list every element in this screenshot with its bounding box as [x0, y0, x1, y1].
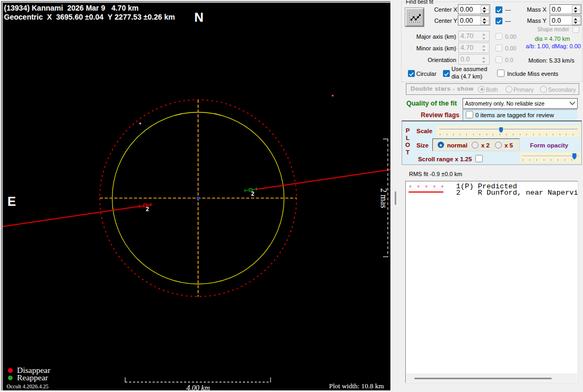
svg-text:N: N: [194, 10, 203, 24]
svg-text:2 mas: 2 mas: [379, 188, 388, 208]
svg-text:4.00 km: 4.00 km: [186, 384, 210, 390]
svg-text:E: E: [7, 194, 16, 208]
svg-text:2: 2: [251, 190, 255, 197]
svg-text:Plot width: 10.8 km: Plot width: 10.8 km: [329, 382, 384, 390]
svg-text:Geocentric X 3695.60 ±0.04: Geocentric X 3695.60 ±0.04 Y 2277.53 ±0.…: [4, 13, 175, 21]
svg-text:Occult 4.2026.4.25: Occult 4.2026.4.25: [7, 384, 49, 389]
svg-text:(13934) Kannami 2026 Mar 9: (13934) Kannami 2026 Mar 9 4.70 km: [4, 4, 139, 12]
svg-text:Reappear: Reappear: [17, 373, 48, 382]
svg-text:2: 2: [146, 206, 149, 212]
